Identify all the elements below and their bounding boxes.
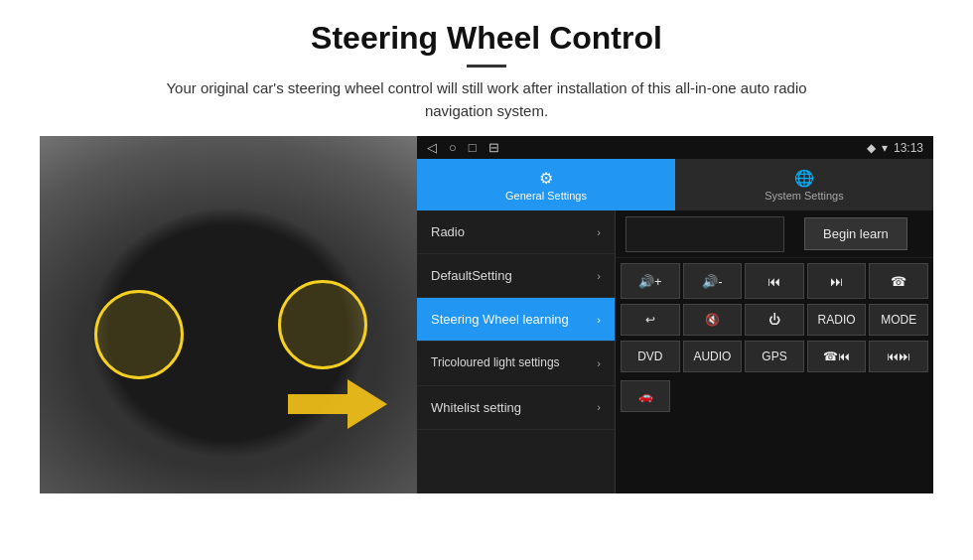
tab-general-settings[interactable]: ⚙ General Settings (417, 159, 675, 210)
right-control-highlight (278, 280, 367, 369)
phone-button[interactable]: ☎ (869, 263, 928, 299)
menu-item-whitelist[interactable]: Whitelist setting › (417, 386, 615, 430)
page-subtitle: Your original car's steering wheel contr… (139, 77, 834, 122)
mute-button[interactable]: 🔇 (683, 304, 743, 336)
car-image-panel (40, 136, 417, 493)
statusbar-nav: ◁ ○ □ ⊟ (427, 140, 499, 155)
volume-down-button[interactable]: 🔊- (683, 263, 743, 299)
clock: 13:13 (894, 141, 923, 155)
statusbar-right: ◆ ▾ 13:13 (867, 141, 923, 155)
back-nav-icon[interactable]: ◁ (427, 140, 437, 155)
home-nav-icon[interactable]: ○ (449, 140, 457, 155)
control-buttons-row1: 🔊+ 🔊- ⏮ ⏭ ☎ (616, 258, 933, 304)
control-buttons-row2: ↩ 🔇 ⏻ RADIO MODE (616, 304, 933, 341)
tab-system-label: System Settings (764, 190, 843, 202)
radio-empty-display (626, 216, 784, 252)
next-track-icon: ⏭ (830, 274, 843, 289)
chevron-icon-radio: › (597, 226, 601, 238)
content-row: ◁ ○ □ ⊟ ◆ ▾ 13:13 ⚙ General Settings (40, 136, 933, 493)
prev-track-icon: ⏮ (767, 274, 780, 289)
menu-radio-label: Radio (431, 224, 465, 239)
call-accept-button[interactable]: ↩ (621, 304, 680, 336)
page-title: Steering Wheel Control (40, 20, 933, 57)
skip-icon: ⏮⏭ (887, 350, 910, 363)
menu-default-label: DefaultSetting (431, 268, 512, 283)
power-button[interactable]: ⏻ (745, 304, 804, 336)
menu-nav-icon[interactable]: ⊟ (488, 140, 499, 155)
arrow-indicator (288, 374, 387, 434)
android-statusbar: ◁ ○ □ ⊟ ◆ ▾ 13:13 (417, 136, 933, 159)
call-accept-icon: ↩ (645, 313, 655, 327)
menu-item-steering[interactable]: Steering Wheel learning › (417, 298, 615, 342)
mode-label: MODE (881, 313, 916, 327)
chevron-icon-default: › (597, 270, 601, 282)
wifi-icon: ▾ (882, 141, 888, 155)
volume-up-button[interactable]: 🔊+ (621, 263, 680, 299)
volume-down-icon: 🔊- (702, 274, 722, 289)
power-icon: ⏻ (768, 313, 780, 327)
volume-up-icon: 🔊+ (638, 274, 662, 289)
phone-prev-icon: ☎⏮ (823, 350, 850, 363)
control-buttons-row3: DVD AUDIO GPS ☎⏮ ⏮⏭ (616, 341, 933, 377)
menu-whitelist-label: Whitelist setting (431, 400, 521, 415)
title-divider (467, 65, 506, 68)
skip-button[interactable]: ⏮⏭ (869, 341, 928, 372)
general-settings-icon: ⚙ (539, 169, 553, 188)
menu-item-default[interactable]: DefaultSetting › (417, 254, 615, 298)
menu-item-radio[interactable]: Radio › (417, 210, 615, 254)
tabs-row: ⚙ General Settings 🌐 System Settings (417, 159, 933, 210)
radio-label: RADIO (818, 313, 856, 327)
settings-area: Radio › DefaultSetting › Steering Wheel … (417, 210, 933, 493)
radio-mode-button[interactable]: RADIO (807, 304, 867, 336)
chevron-icon-whitelist: › (597, 401, 601, 413)
phone-icon: ☎ (891, 274, 906, 289)
dvd-button[interactable]: DVD (621, 341, 680, 372)
recents-nav-icon[interactable]: □ (469, 140, 477, 155)
audio-button[interactable]: AUDIO (683, 341, 743, 372)
prev-track-button[interactable]: ⏮ (745, 263, 804, 299)
gps-button[interactable]: GPS (745, 341, 804, 372)
svg-marker-0 (288, 379, 387, 429)
dvd-label: DVD (637, 350, 662, 363)
content-area: Begin learn 🔊+ 🔊- ⏮ (616, 210, 933, 493)
menu-list: Radio › DefaultSetting › Steering Wheel … (417, 210, 616, 493)
menu-item-tricoloured[interactable]: Tricoloured light settings › (417, 342, 615, 386)
gps-label: GPS (762, 350, 786, 363)
extra-row: 🚗 (616, 377, 933, 415)
mode-button[interactable]: MODE (869, 304, 928, 336)
left-control-highlight (94, 290, 184, 379)
phone-prev-button[interactable]: ☎⏮ (807, 341, 867, 372)
next-track-button[interactable]: ⏭ (807, 263, 867, 299)
begin-learn-button[interactable]: Begin learn (804, 217, 907, 250)
title-section: Steering Wheel Control Your original car… (40, 20, 933, 122)
car-icon: 🚗 (638, 389, 653, 403)
radio-row: Begin learn (616, 210, 933, 258)
chevron-icon-tricoloured: › (597, 357, 601, 369)
system-settings-icon: 🌐 (794, 169, 814, 188)
car-icon-button[interactable]: 🚗 (621, 380, 670, 412)
audio-label: AUDIO (693, 350, 731, 363)
mute-icon: 🔇 (705, 313, 720, 327)
menu-steering-label: Steering Wheel learning (431, 312, 569, 327)
android-panel: ◁ ○ □ ⊟ ◆ ▾ 13:13 ⚙ General Settings (417, 136, 933, 493)
location-icon: ◆ (867, 141, 876, 155)
chevron-icon-steering: › (597, 314, 601, 326)
tab-general-label: General Settings (505, 190, 587, 202)
page-container: Steering Wheel Control Your original car… (0, 0, 973, 503)
tab-system-settings[interactable]: 🌐 System Settings (675, 159, 933, 210)
menu-tricoloured-label: Tricoloured light settings (431, 355, 560, 371)
